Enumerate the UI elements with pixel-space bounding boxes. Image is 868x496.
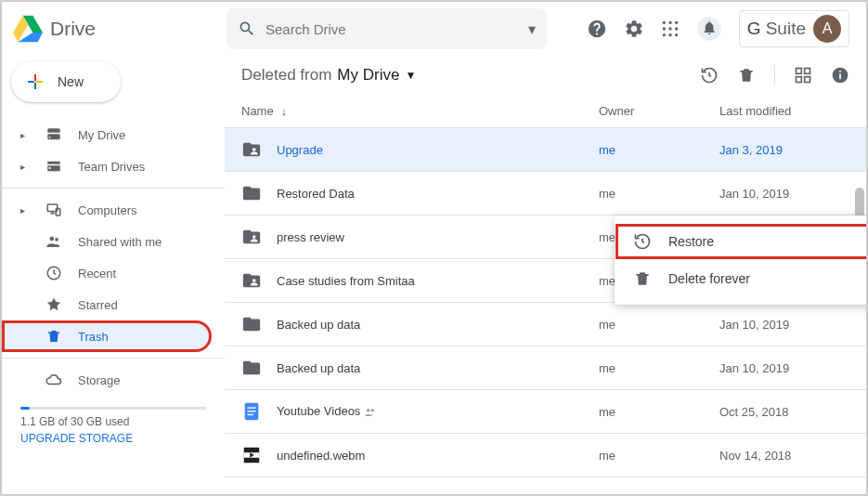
svg-point-2: [675, 21, 678, 24]
gsuite-label: G Suite: [747, 19, 806, 39]
plus-icon: [24, 71, 46, 93]
trash-icon: [45, 328, 63, 345]
top-bar: Drive ▾ G Suite A: [2, 2, 866, 56]
trash-icon: [633, 269, 652, 288]
file-name: Case studies from Smitaa: [277, 274, 599, 288]
table-header: Name↓ Owner Last modified: [225, 95, 866, 128]
file-name: press review: [277, 230, 599, 244]
file-icon: [241, 314, 264, 334]
apps-icon[interactable]: [661, 20, 680, 38]
sidebar-item-my-drive[interactable]: ▸My Drive: [2, 119, 212, 150]
table-row[interactable]: Backed up datameJan 10, 2019: [225, 303, 866, 346]
file-name: Backed up data: [277, 318, 599, 332]
svg-rect-26: [247, 407, 255, 408]
sidebar-item-recent[interactable]: ▸Recent: [2, 257, 212, 289]
svg-point-3: [662, 27, 665, 30]
table-row[interactable]: Restored DatameJan 10, 2019: [225, 172, 866, 215]
file-icon: [241, 270, 264, 291]
svg-rect-27: [247, 411, 255, 411]
table-row[interactable]: Youtube Videos meOct 25, 2018: [225, 390, 866, 434]
svg-point-13: [55, 238, 58, 241]
svg-rect-16: [805, 69, 810, 74]
file-date: Jan 3, 2019: [719, 143, 849, 157]
svg-point-1: [668, 21, 671, 24]
upgrade-storage-link[interactable]: UPGRADE STORAGE: [20, 432, 206, 445]
file-date: Jan 10, 2019: [719, 361, 849, 375]
shared-icon: [45, 233, 63, 250]
menu-delete-forever[interactable]: Delete forever: [615, 260, 866, 297]
gsuite-badge[interactable]: G Suite A: [739, 10, 849, 47]
new-button[interactable]: New: [11, 61, 121, 102]
sidebar-item-starred[interactable]: ▸Starred: [2, 289, 212, 320]
computers-icon: [45, 202, 63, 218]
storage-used-text: 1.1 GB of 30 GB used: [20, 415, 206, 428]
sidebar-item-storage[interactable]: ▸Storage: [2, 364, 212, 396]
svg-rect-28: [247, 414, 253, 415]
chevron-down-icon: ▼: [405, 69, 416, 82]
new-button-label: New: [58, 74, 84, 89]
svg-point-22: [253, 148, 256, 151]
restore-toolbar-icon[interactable]: [700, 66, 719, 85]
avatar[interactable]: A: [813, 15, 841, 43]
sidebar-item-trash[interactable]: ▸Trash: [2, 320, 212, 352]
svg-point-5: [675, 27, 678, 30]
col-name[interactable]: Name: [241, 104, 274, 118]
team-drives-icon: [45, 158, 63, 175]
table-row[interactable]: Backed up datameJan 10, 2019: [225, 346, 866, 390]
svg-point-8: [675, 33, 678, 36]
search-dropdown-icon[interactable]: ▾: [528, 20, 536, 38]
svg-rect-15: [797, 69, 802, 74]
svg-point-12: [50, 237, 55, 241]
recent-icon: [45, 265, 63, 281]
logo-text: Drive: [50, 18, 96, 40]
menu-restore[interactable]: Restore: [615, 223, 866, 260]
file-icon: [241, 227, 264, 247]
file-owner: me: [599, 143, 719, 157]
notifications-icon[interactable]: [696, 16, 722, 42]
svg-point-24: [253, 279, 256, 282]
settings-icon[interactable]: [624, 19, 644, 39]
svg-rect-17: [797, 77, 802, 83]
file-icon: [241, 183, 264, 203]
sidebar-item-team-drives[interactable]: ▸Team Drives: [2, 150, 212, 182]
svg-rect-20: [839, 73, 841, 79]
search-icon: [238, 20, 256, 38]
svg-rect-18: [805, 77, 810, 83]
col-owner[interactable]: Owner: [599, 104, 719, 118]
breadcrumb[interactable]: Deleted from My Drive ▼: [241, 66, 416, 85]
sidebar-item-shared[interactable]: ▸Shared with me: [2, 226, 212, 257]
file-date: Jan 10, 2019: [719, 187, 849, 201]
file-name: Upgrade: [277, 143, 599, 157]
search-input[interactable]: [266, 21, 521, 37]
star-icon: [45, 296, 63, 313]
file-name: undefined.webm: [277, 449, 599, 463]
my-drive-icon: [45, 126, 63, 143]
sidebar: New ▸My Drive ▸Team Drives ▸Computers ▸S…: [2, 56, 225, 494]
sidebar-item-computers[interactable]: ▸Computers: [2, 194, 212, 226]
file-owner: me: [599, 187, 719, 201]
file-icon: [241, 445, 264, 465]
file-name: Youtube Videos: [277, 404, 599, 419]
svg-point-6: [662, 33, 665, 36]
file-date: Nov 14, 2018: [719, 449, 849, 463]
file-icon: [241, 358, 264, 378]
file-owner: me: [599, 361, 719, 375]
svg-point-23: [253, 235, 256, 239]
delete-toolbar-icon[interactable]: [737, 66, 756, 85]
sort-arrow-icon[interactable]: ↓: [281, 104, 288, 118]
svg-point-7: [668, 33, 671, 36]
svg-point-4: [668, 27, 671, 30]
logo[interactable]: Drive: [13, 14, 227, 44]
details-icon[interactable]: [831, 66, 849, 85]
help-icon[interactable]: [587, 19, 607, 39]
storage-bar: [20, 407, 206, 410]
file-owner: me: [599, 405, 719, 419]
file-name: Restored Data: [277, 187, 599, 201]
table-row[interactable]: undefined.webmmeNov 14, 2018: [225, 434, 866, 477]
search-box[interactable]: ▾: [227, 8, 547, 49]
grid-view-icon[interactable]: [794, 66, 812, 85]
cloud-icon: [45, 372, 63, 388]
col-date[interactable]: Last modified: [719, 104, 849, 118]
context-menu: Restore Delete forever: [615, 215, 866, 305]
table-row[interactable]: UpgrademeJan 3, 2019: [225, 128, 866, 172]
